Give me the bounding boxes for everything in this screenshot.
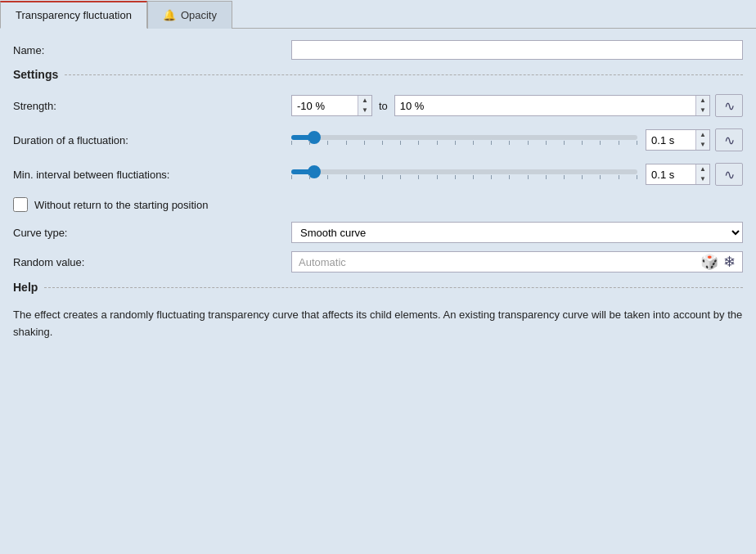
name-label: Name: [13, 44, 291, 56]
tick [327, 141, 328, 145]
curve-type-row: Curve type: Smooth curve Linear Stepped [13, 222, 743, 243]
without-return-checkbox[interactable] [13, 197, 28, 212]
strength-wave-button[interactable]: ∿ [715, 94, 743, 117]
tick [437, 175, 438, 179]
tab-opacity[interactable]: 🔔 Opacity [147, 1, 232, 29]
min-interval-up[interactable]: ▲ [696, 164, 709, 174]
without-return-label: Without return to the starting position [34, 199, 208, 211]
tick [509, 141, 510, 145]
snowflake-icon-button[interactable]: ❄ [723, 254, 736, 269]
help-text: The effect creates a randomly fluctuatin… [13, 307, 743, 341]
random-input-wrapper: Automatic 🎲 ❄ [291, 251, 743, 272]
tick [382, 175, 383, 179]
random-icons-group: 🎲 ❄ [700, 254, 736, 269]
settings-title: Settings [13, 68, 58, 81]
random-value-label: Random value: [13, 256, 291, 268]
tick [418, 175, 419, 179]
strength-max-input[interactable] [395, 96, 695, 115]
strength-row: Strength: ▲ ▼ to ▲ ▼ ∿ [13, 94, 743, 117]
tick [564, 141, 565, 145]
min-interval-down[interactable]: ▼ [696, 174, 709, 184]
duration-label: Duration of a fluctuation: [13, 134, 291, 146]
tab-transparency[interactable]: Transparency fluctuation [0, 1, 147, 29]
min-interval-row: Min. interval between fluctiations: [13, 163, 743, 186]
opacity-icon: 🔔 [163, 9, 176, 21]
duration-up[interactable]: ▲ [696, 130, 709, 140]
tick [619, 175, 619, 179]
tick [546, 175, 547, 179]
random-placeholder: Automatic [299, 256, 700, 268]
min-interval-ticks [291, 175, 637, 179]
random-value-row: Random value: Automatic 🎲 ❄ [13, 251, 743, 272]
strength-label: Strength: [13, 100, 291, 112]
name-row: Name: [13, 40, 743, 60]
tick [455, 141, 456, 145]
tick [582, 141, 583, 145]
tab-transparency-label: Transparency fluctuation [16, 9, 132, 21]
tick [619, 141, 619, 145]
tick [309, 175, 310, 179]
min-interval-input[interactable] [646, 164, 695, 184]
tick [327, 175, 328, 179]
tick [291, 141, 292, 145]
min-interval-wave-button[interactable]: ∿ [715, 163, 743, 186]
help-title: Help [13, 281, 38, 294]
duration-down[interactable]: ▼ [696, 140, 709, 150]
dice-icon-button[interactable]: 🎲 [700, 254, 718, 269]
tick [637, 141, 637, 145]
curve-type-select[interactable]: Smooth curve Linear Stepped [291, 222, 743, 243]
main-content: Name: Settings Strength: ▲ ▼ to ▲ ▼ ∿ Du… [0, 29, 756, 353]
tick [509, 175, 510, 179]
strength-min-arrows: ▲ ▼ [358, 96, 371, 115]
duration-spinbox: ▲ ▼ [646, 129, 710, 151]
tick [437, 141, 438, 145]
tick [309, 141, 310, 145]
strength-min-input[interactable] [292, 96, 358, 115]
tick [564, 175, 565, 179]
strength-max-up[interactable]: ▲ [696, 96, 709, 106]
settings-divider [65, 74, 743, 75]
curve-type-label: Curve type: [13, 227, 291, 239]
strength-max-down[interactable]: ▼ [696, 106, 709, 115]
strength-max-spinbox: ▲ ▼ [394, 95, 710, 116]
min-interval-spinbox: ▲ ▼ [646, 164, 710, 185]
min-interval-arrows: ▲ ▼ [695, 164, 709, 184]
tick [382, 141, 383, 145]
help-divider [44, 287, 743, 288]
tab-bar: Transparency fluctuation 🔔 Opacity [0, 0, 756, 29]
tab-opacity-label: Opacity [181, 9, 217, 21]
to-label: to [372, 100, 394, 112]
tick [582, 175, 583, 179]
min-interval-slider[interactable] [291, 169, 637, 174]
tick [346, 175, 347, 179]
tick [455, 175, 456, 179]
help-section-header: Help [13, 281, 743, 294]
duration-wave-button[interactable]: ∿ [715, 128, 743, 151]
tick [400, 141, 401, 145]
tick [491, 175, 492, 179]
strength-min-spinbox: ▲ ▼ [291, 95, 372, 116]
tick [637, 175, 637, 179]
tick [528, 175, 529, 179]
checkbox-row: Without return to the starting position [13, 197, 743, 212]
tick [346, 141, 347, 145]
strength-min-down[interactable]: ▼ [358, 106, 371, 115]
strength-max-arrows: ▲ ▼ [695, 96, 709, 115]
tick [418, 141, 419, 145]
tick [600, 141, 601, 145]
duration-ticks [291, 141, 637, 145]
tick [364, 175, 365, 179]
tick [528, 141, 529, 145]
min-interval-label: Min. interval between fluctiations: [13, 169, 291, 181]
duration-input[interactable] [646, 130, 695, 150]
tick [400, 175, 401, 179]
tick [546, 141, 547, 145]
name-input[interactable] [291, 40, 743, 60]
duration-slider-container [291, 135, 637, 145]
tick [600, 175, 601, 179]
tick [364, 141, 365, 145]
strength-min-up[interactable]: ▲ [358, 96, 371, 106]
settings-section-header: Settings [13, 68, 743, 81]
duration-slider[interactable] [291, 135, 637, 140]
tick [473, 141, 474, 145]
